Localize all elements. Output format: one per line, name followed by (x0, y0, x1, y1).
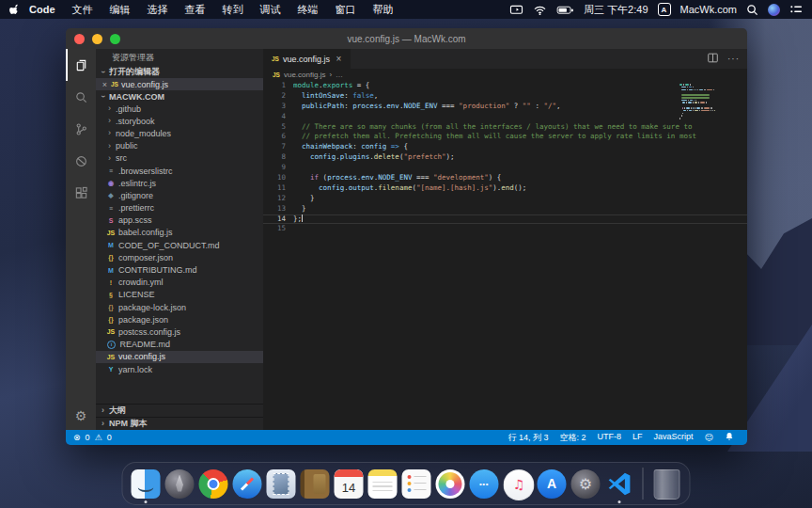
dock-notes[interactable] (368, 469, 398, 499)
menu-item-帮助[interactable]: 帮助 (365, 0, 402, 19)
more-actions-icon[interactable]: ··· (727, 54, 740, 64)
tree-item-package.json[interactable]: {}package.json (96, 313, 263, 325)
code-editor[interactable]: 1module.exports = {2 lintOnSave: false,3… (263, 81, 747, 430)
menu-item-查看[interactable]: 查看 (177, 0, 214, 19)
dock-messages[interactable]: ••• (470, 469, 499, 499)
tab-vue-config-js[interactable]: JS vue.config.js × (263, 49, 351, 69)
tree-item-.prettierrc[interactable]: ≡.prettierrc (96, 202, 263, 214)
tree-item-vue.config.js[interactable]: JSvue.config.js (96, 351, 263, 363)
tree-item-app.scss[interactable]: Sapp.scss (96, 214, 263, 227)
tree-item-node_modules[interactable]: ›node_modules (96, 127, 263, 139)
code-line-10[interactable]: 10 if (process.env.NODE_ENV === "develop… (263, 173, 747, 183)
code-line-14[interactable]: 14}; (263, 214, 747, 225)
project-section-header[interactable]: › MACWK.COM (96, 90, 263, 103)
close-tab-icon[interactable]: × (336, 54, 342, 64)
zoom-window-button[interactable] (110, 34, 120, 44)
code-line-12[interactable]: 12 } (263, 194, 747, 204)
tree-item-.browserslistrc[interactable]: ≡.browserslistrc (96, 165, 263, 177)
tree-item-CODE_OF_CONDUCT.md[interactable]: MCODE_OF_CONDUCT.md (96, 239, 263, 251)
code-line-5[interactable]: 5 // There are so many chunks (from all … (263, 122, 747, 133)
search-icon[interactable] (66, 81, 96, 113)
dock-appstore[interactable]: A (538, 469, 567, 499)
battery-icon[interactable] (556, 4, 574, 16)
spotlight-search-icon[interactable] (746, 4, 758, 16)
menu-item-编辑[interactable]: 编辑 (102, 0, 139, 19)
code-line-4[interactable]: 4 (263, 112, 747, 122)
menubar-clock[interactable]: 周三 下午2:49 (584, 3, 648, 17)
code-line-6[interactable]: 6 // prefetch them all. Prefetching them… (263, 132, 747, 142)
tree-item-CONTRIBUTING.md[interactable]: MCONTRIBUTING.md (96, 263, 263, 276)
code-line-7[interactable]: 7 chainWebpack: config => { (263, 142, 747, 152)
dock-calendar[interactable]: 14 (335, 469, 364, 499)
minimap[interactable] (679, 84, 715, 122)
explorer-icon[interactable] (66, 49, 96, 81)
feedback-smiley-icon[interactable]: ☺ (699, 433, 719, 442)
notifications-bell-icon[interactable] (719, 432, 740, 443)
apple-menu-icon[interactable] (9, 3, 21, 16)
menu-item-选择[interactable]: 选择 (139, 0, 177, 19)
status-item[interactable]: UTF-8 (592, 432, 628, 444)
settings-gear-icon[interactable]: ⚙ (75, 402, 87, 430)
menu-item-文件[interactable]: 文件 (64, 0, 102, 19)
notification-center-icon[interactable] (789, 4, 803, 15)
breadcrumb-file[interactable]: vue.config.js (284, 71, 325, 79)
close-window-button[interactable] (74, 34, 85, 44)
status-item[interactable]: JavaScript (648, 432, 699, 444)
tree-item-README.md[interactable]: iREADME.md (96, 339, 263, 351)
close-editor-icon[interactable]: × (102, 80, 108, 89)
dock-reminders[interactable] (402, 469, 431, 499)
status-item[interactable]: 行 14, 列 3 (503, 432, 554, 444)
wifi-icon[interactable] (533, 4, 547, 16)
dock-itunes[interactable]: ♫ (504, 469, 533, 499)
dock-finder[interactable] (132, 469, 161, 499)
dock-contacts[interactable] (301, 469, 330, 499)
code-line-13[interactable]: 13 } (263, 204, 747, 214)
menu-item-终端[interactable]: 终端 (289, 0, 327, 19)
tree-item-postcss.config.js[interactable]: JSpostcss.config.js (96, 325, 263, 338)
menubar-site-label[interactable]: MacWk.com (680, 4, 738, 15)
errors-icon[interactable]: ⊗ (73, 433, 81, 442)
tree-item-.storybook[interactable]: ›.storybook (96, 115, 263, 127)
tree-item-.eslintrc.js[interactable]: ◉.eslintrc.js (96, 177, 263, 189)
source-control-icon[interactable] (66, 113, 96, 145)
code-line-9[interactable]: 9 (263, 163, 747, 173)
tree-item-public[interactable]: ›public (96, 140, 263, 152)
tree-item-composer.json[interactable]: {}composer.json (96, 251, 263, 263)
open-editor-item[interactable]: × JS vue.config.js (96, 78, 263, 90)
warnings-icon[interactable]: ⚠ (95, 433, 102, 442)
code-line-2[interactable]: 2 lintOnSave: false, (263, 91, 747, 102)
debug-icon[interactable] (66, 145, 96, 177)
siri-icon[interactable] (768, 4, 780, 16)
status-item[interactable]: 空格: 2 (554, 432, 592, 444)
menu-item-调试[interactable]: 调试 (252, 0, 289, 19)
dock-trash[interactable] (652, 469, 681, 499)
code-line-3[interactable]: 3 publicPath: process.env.NODE_ENV === "… (263, 102, 747, 112)
tree-item-package-lock.json[interactable]: {}package-lock.json (96, 301, 263, 313)
dock-chrome[interactable] (199, 469, 228, 499)
dock-launchpad[interactable] (165, 469, 195, 499)
code-line-8[interactable]: 8 config.plugins.delete("prefetch"); (263, 152, 747, 163)
breadcrumb[interactable]: JS vue.config.js › … (263, 69, 747, 81)
errors-count[interactable]: 0 (86, 433, 90, 442)
section-NPM 脚本[interactable]: ›NPM 脚本 (96, 417, 263, 430)
extensions-icon[interactable] (66, 177, 96, 209)
dock-mail[interactable] (267, 469, 296, 499)
dock-photos[interactable] (436, 469, 465, 499)
tree-item-crowdin.yml[interactable]: !crowdin.yml (96, 277, 263, 289)
open-editors-section-header[interactable]: › 打开的编辑器 (96, 66, 263, 78)
tree-item-yarn.lock[interactable]: Yyarn.lock (96, 363, 263, 375)
display-icon[interactable] (509, 4, 523, 16)
split-editor-icon[interactable] (707, 51, 719, 68)
code-line-15[interactable]: 15 (263, 224, 747, 234)
tree-item-src[interactable]: ›src (96, 152, 263, 165)
menu-item-Code[interactable]: Code (21, 0, 64, 19)
menu-item-转到[interactable]: 转到 (214, 0, 252, 19)
menu-item-窗口[interactable]: 窗口 (327, 0, 365, 19)
minimize-window-button[interactable] (92, 34, 102, 44)
section-大纲[interactable]: ›大纲 (96, 404, 263, 417)
input-method-icon[interactable]: A (658, 3, 671, 16)
dock-vscode[interactable] (605, 469, 634, 499)
code-line-11[interactable]: 11 config.output.filename("[name].[hash]… (263, 183, 747, 194)
warnings-count[interactable]: 0 (107, 433, 112, 442)
dock-prefs[interactable]: ⚙ (571, 469, 601, 499)
